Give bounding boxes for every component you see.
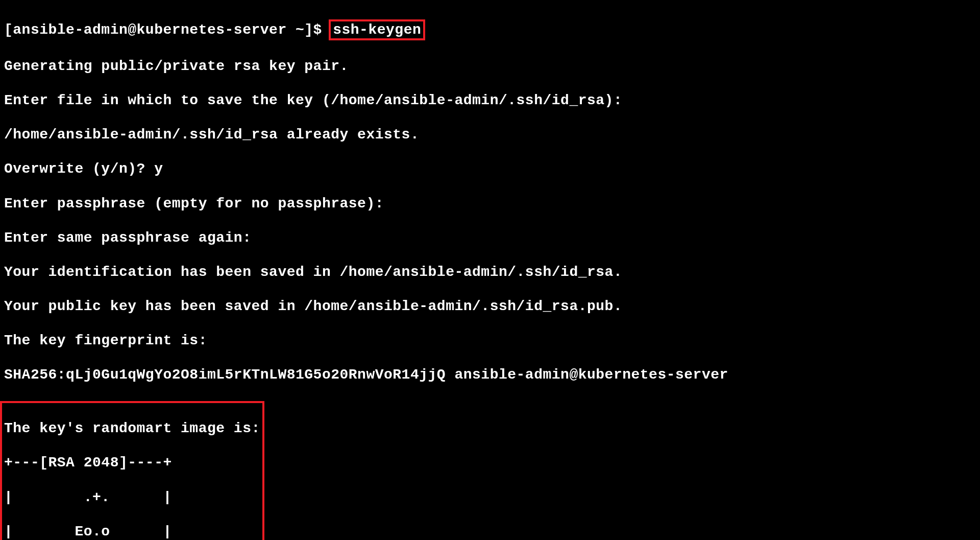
output-line: The key fingerprint is: bbox=[4, 332, 976, 349]
output-line: Overwrite (y/n)? y bbox=[4, 160, 976, 178]
output-line: /home/ansible-admin/.ssh/id_rsa already … bbox=[4, 126, 976, 144]
terminal-window[interactable]: [ansible-admin@kubernetes-server ~]$ ssh… bbox=[0, 0, 980, 540]
output-line: Enter passphrase (empty for no passphras… bbox=[4, 195, 976, 213]
command-text: ssh-keygen bbox=[333, 22, 421, 38]
output-line: Generating public/private rsa key pair. bbox=[4, 58, 976, 75]
output-line: Enter same passphrase again: bbox=[4, 229, 976, 247]
command-highlight: ssh-keygen bbox=[329, 19, 425, 41]
randomart-line: | .+. | bbox=[4, 489, 260, 506]
randomart-line: +---[RSA 2048]----+ bbox=[4, 454, 260, 472]
randomart-highlight: The key's randomart image is: +---[RSA 2… bbox=[0, 401, 264, 540]
shell-prompt: [ansible-admin@kubernetes-server ~]$ bbox=[4, 22, 331, 38]
randomart-line: The key's randomart image is: bbox=[4, 420, 260, 437]
output-line: SHA256:qLj0Gu1qWgYo2O8imL5rKTnLW81G5o20R… bbox=[4, 366, 976, 384]
output-line: Enter file in which to save the key (/ho… bbox=[4, 92, 976, 109]
prompt-line-1: [ansible-admin@kubernetes-server ~]$ ssh… bbox=[4, 19, 976, 41]
output-line: Your public key has been saved in /home/… bbox=[4, 298, 976, 315]
randomart-line: | Eo.o | bbox=[4, 523, 260, 540]
output-line: Your identification has been saved in /h… bbox=[4, 264, 976, 281]
